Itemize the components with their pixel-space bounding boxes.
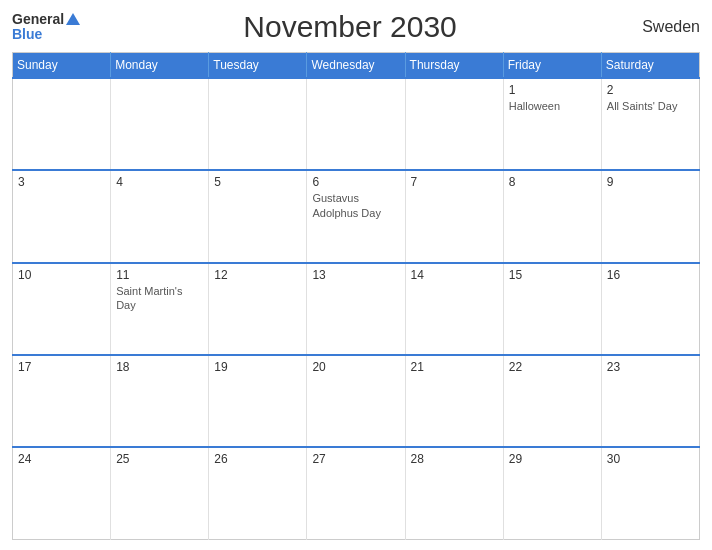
calendar-cell: 10 <box>13 263 111 355</box>
day-number: 10 <box>18 268 105 282</box>
calendar-cell: 18 <box>111 355 209 447</box>
calendar-cell: 11Saint Martin's Day <box>111 263 209 355</box>
calendar-cell: 19 <box>209 355 307 447</box>
calendar-cell: 9 <box>601 170 699 262</box>
day-number: 29 <box>509 452 596 466</box>
day-number: 8 <box>509 175 596 189</box>
logo-triangle-icon <box>66 13 80 25</box>
header-wednesday: Wednesday <box>307 53 405 79</box>
calendar-table: Sunday Monday Tuesday Wednesday Thursday… <box>12 52 700 540</box>
calendar-cell: 23 <box>601 355 699 447</box>
calendar-row-3: 17181920212223 <box>13 355 700 447</box>
calendar-cell: 14 <box>405 263 503 355</box>
day-event: Saint Martin's Day <box>116 285 182 311</box>
logo-general-text: General <box>12 12 64 27</box>
day-number: 6 <box>312 175 399 189</box>
calendar-cell: 30 <box>601 447 699 539</box>
calendar-row-0: 1Halloween2All Saints' Day <box>13 78 700 170</box>
calendar-cell: 12 <box>209 263 307 355</box>
day-number: 18 <box>116 360 203 374</box>
day-number: 19 <box>214 360 301 374</box>
calendar-cell: 15 <box>503 263 601 355</box>
calendar-cell: 3 <box>13 170 111 262</box>
day-number: 30 <box>607 452 694 466</box>
calendar-cell <box>111 78 209 170</box>
day-number: 21 <box>411 360 498 374</box>
calendar-cell: 29 <box>503 447 601 539</box>
calendar-cell: 5 <box>209 170 307 262</box>
header-sunday: Sunday <box>13 53 111 79</box>
calendar-row-2: 1011Saint Martin's Day1213141516 <box>13 263 700 355</box>
country-label: Sweden <box>620 18 700 36</box>
calendar-cell <box>209 78 307 170</box>
day-event: Halloween <box>509 100 560 112</box>
calendar-cell: 8 <box>503 170 601 262</box>
calendar-cell: 4 <box>111 170 209 262</box>
calendar-cell: 27 <box>307 447 405 539</box>
day-number: 27 <box>312 452 399 466</box>
header-friday: Friday <box>503 53 601 79</box>
calendar-cell: 28 <box>405 447 503 539</box>
day-number: 2 <box>607 83 694 97</box>
day-number: 13 <box>312 268 399 282</box>
day-number: 12 <box>214 268 301 282</box>
day-number: 16 <box>607 268 694 282</box>
calendar-cell: 26 <box>209 447 307 539</box>
logo-blue-text: Blue <box>12 27 80 42</box>
day-number: 28 <box>411 452 498 466</box>
day-number: 25 <box>116 452 203 466</box>
header-monday: Monday <box>111 53 209 79</box>
day-number: 23 <box>607 360 694 374</box>
day-number: 4 <box>116 175 203 189</box>
day-number: 15 <box>509 268 596 282</box>
day-number: 9 <box>607 175 694 189</box>
page: General Blue November 2030 Sweden Sunday… <box>0 0 712 550</box>
calendar-cell: 17 <box>13 355 111 447</box>
day-number: 7 <box>411 175 498 189</box>
logo: General Blue <box>12 12 80 43</box>
calendar-row-1: 3456Gustavus Adolphus Day789 <box>13 170 700 262</box>
calendar-cell: 6Gustavus Adolphus Day <box>307 170 405 262</box>
calendar-cell <box>13 78 111 170</box>
day-number: 1 <box>509 83 596 97</box>
calendar-title: November 2030 <box>80 10 620 44</box>
header-saturday: Saturday <box>601 53 699 79</box>
calendar-cell: 2All Saints' Day <box>601 78 699 170</box>
day-number: 20 <box>312 360 399 374</box>
header-thursday: Thursday <box>405 53 503 79</box>
calendar-cell <box>307 78 405 170</box>
calendar-body: 1Halloween2All Saints' Day3456Gustavus A… <box>13 78 700 540</box>
day-number: 14 <box>411 268 498 282</box>
calendar-row-4: 24252627282930 <box>13 447 700 539</box>
day-number: 5 <box>214 175 301 189</box>
day-event: Gustavus Adolphus Day <box>312 192 381 218</box>
calendar-cell: 21 <box>405 355 503 447</box>
calendar-cell: 20 <box>307 355 405 447</box>
calendar-cell: 16 <box>601 263 699 355</box>
header-tuesday: Tuesday <box>209 53 307 79</box>
calendar-header: Sunday Monday Tuesday Wednesday Thursday… <box>13 53 700 79</box>
calendar-cell: 24 <box>13 447 111 539</box>
calendar-cell: 22 <box>503 355 601 447</box>
day-number: 11 <box>116 268 203 282</box>
header: General Blue November 2030 Sweden <box>12 10 700 44</box>
day-number: 3 <box>18 175 105 189</box>
day-number: 24 <box>18 452 105 466</box>
day-number: 17 <box>18 360 105 374</box>
calendar-cell <box>405 78 503 170</box>
calendar-cell: 13 <box>307 263 405 355</box>
weekday-header-row: Sunday Monday Tuesday Wednesday Thursday… <box>13 53 700 79</box>
calendar-cell: 25 <box>111 447 209 539</box>
calendar-cell: 7 <box>405 170 503 262</box>
day-number: 22 <box>509 360 596 374</box>
day-number: 26 <box>214 452 301 466</box>
day-event: All Saints' Day <box>607 100 678 112</box>
calendar-cell: 1Halloween <box>503 78 601 170</box>
